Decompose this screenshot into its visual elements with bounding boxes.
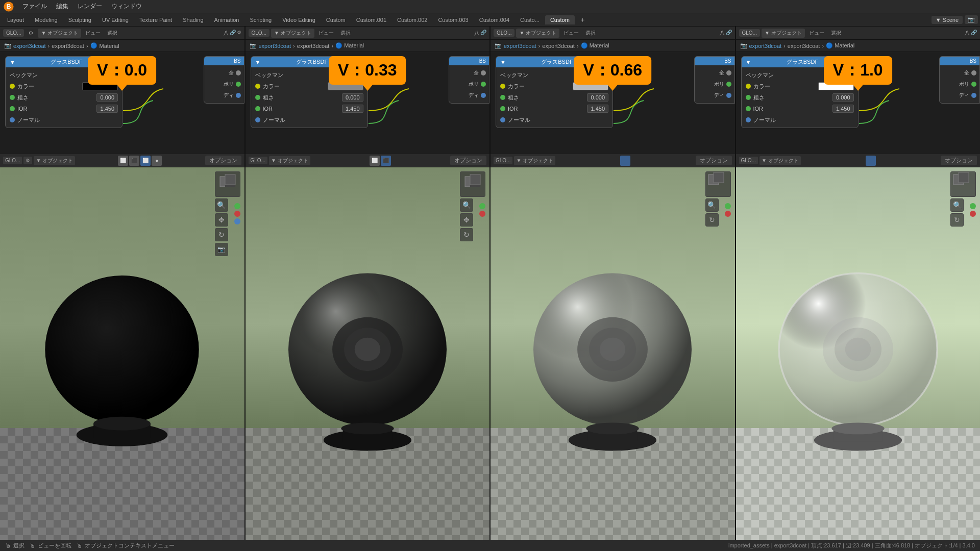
- gizmo-cube-1[interactable]: [460, 171, 485, 197]
- object-dropdown-2[interactable]: ▼ オブジェクト: [516, 29, 559, 38]
- node-graph-0[interactable]: V：0.0 ▼ グラスBSDF ベックマン ▼: [0, 52, 244, 154]
- tab-custom-active[interactable]: Custom: [545, 15, 575, 24]
- gizmo-cube-3[interactable]: [950, 171, 976, 197]
- tab-custom-001[interactable]: Custom.001: [351, 15, 391, 24]
- tab-custom-004[interactable]: Custom.004: [474, 15, 514, 24]
- tab-add-icon[interactable]: ＋: [575, 14, 590, 26]
- ior-value-3[interactable]: 1.450: [832, 105, 854, 113]
- solid-btn-2[interactable]: [620, 156, 630, 166]
- breadcrumb-material-name-0[interactable]: Material: [100, 43, 119, 49]
- render-btn-0[interactable]: ●: [152, 156, 162, 166]
- menu-item-window[interactable]: ウィンドウ: [107, 1, 146, 12]
- breadcrumb-scene-name-1[interactable]: export3dcoat: [259, 43, 291, 49]
- tab-modeling[interactable]: Modeling: [30, 15, 63, 24]
- blender-logo[interactable]: B: [3, 1, 14, 12]
- roughness-value-3[interactable]: 0.000: [832, 93, 854, 102]
- roughness-value-0[interactable]: 0.000: [96, 93, 118, 102]
- view-menu-1[interactable]: ビュー: [316, 29, 336, 38]
- tab-uv-editing[interactable]: UV Editing: [97, 15, 134, 24]
- rotate-icon-3[interactable]: ↻: [950, 213, 964, 227]
- wireframe-btn-1[interactable]: ⬜: [370, 156, 380, 166]
- object-dropdown-3[interactable]: ▼ オブジェクト: [762, 29, 805, 38]
- option-btn-0[interactable]: オプション: [205, 156, 241, 165]
- menu-item-edit[interactable]: 編集: [52, 1, 72, 12]
- breadcrumb-material-3[interactable]: 🔵 Material: [826, 42, 854, 49]
- breadcrumb-material-1[interactable]: 🔵 Material: [335, 42, 364, 49]
- option-btn-2[interactable]: オプション: [696, 156, 732, 165]
- zoom-icon-3[interactable]: 🔍: [950, 198, 964, 212]
- roughness-value-1[interactable]: 0.000: [342, 93, 363, 102]
- solid-btn-3[interactable]: [866, 156, 876, 166]
- object-mode-0[interactable]: ▼ オブジェクト: [34, 156, 75, 165]
- zoom-icon-1[interactable]: 🔍: [460, 198, 473, 212]
- render-icon[interactable]: 📷: [965, 15, 978, 24]
- node-graph-2[interactable]: V：0.66 ▼グラスBSDF ベックマン ▼ カラー: [491, 52, 735, 154]
- scene-selector[interactable]: ▼ Scene: [932, 16, 963, 24]
- view-menu-3[interactable]: ビュー: [806, 29, 827, 38]
- viewport-3[interactable]: GLO... ▼ オブジェクト オプション: [736, 154, 981, 540]
- solid-btn-0[interactable]: ⬛: [129, 156, 139, 166]
- menu-item-render[interactable]: レンダー: [74, 1, 106, 12]
- tab-shading[interactable]: Shading: [178, 15, 208, 24]
- tab-sculpting[interactable]: Sculpting: [63, 15, 96, 24]
- breadcrumb-object-0[interactable]: export3dcoat: [52, 43, 84, 49]
- view-icon-0[interactable]: ⚙: [23, 157, 32, 164]
- viewport-2[interactable]: GLO... ▼ オブジェクト オプション: [491, 154, 735, 540]
- tab-animation[interactable]: Animation: [209, 15, 244, 24]
- solid-btn-1[interactable]: ⬛: [381, 156, 391, 166]
- glo-btn-2[interactable]: GLO...: [494, 157, 512, 164]
- breadcrumb-object-1[interactable]: export3dcoat: [297, 43, 330, 49]
- glo-btn-1[interactable]: GLO...: [249, 157, 267, 164]
- rotate-icon-2[interactable]: ↻: [705, 213, 719, 227]
- tab-texture-paint[interactable]: Texture Paint: [134, 15, 177, 24]
- view-menu-0[interactable]: ビュー: [83, 29, 103, 38]
- object-dropdown-1[interactable]: ▼ オブジェクト: [271, 29, 314, 38]
- tab-custom-002[interactable]: Custom.002: [392, 15, 432, 24]
- viewport-1[interactable]: GLO... ▼ オブジェクト ⬜ ⬛ オプション: [246, 154, 490, 540]
- breadcrumb-material-0[interactable]: 🔵: [90, 42, 97, 49]
- tab-video-editing[interactable]: Video Editing: [277, 15, 321, 24]
- tab-custom-003[interactable]: Custom.003: [433, 15, 473, 24]
- ior-value-1[interactable]: 1.450: [342, 105, 363, 113]
- breadcrumb-scene-name-2[interactable]: export3dcoat: [504, 43, 536, 49]
- breadcrumb-object-3[interactable]: export3dcoat: [788, 43, 820, 49]
- viewport-0[interactable]: GLO... ⚙ ▼ オブジェクト ⬜ ⬛ ⬜ ● オプション: [0, 154, 244, 540]
- editor-type-btn-1[interactable]: GLO...: [249, 29, 270, 37]
- tab-layout[interactable]: Layout: [2, 15, 29, 24]
- select-menu-0[interactable]: 選択: [105, 29, 120, 38]
- tab-scripting[interactable]: Scripting: [244, 15, 277, 24]
- breadcrumb-scene-name-0[interactable]: export3dcoat: [13, 43, 46, 49]
- lpe-btn-0[interactable]: ⬜: [140, 156, 151, 166]
- node-graph-3[interactable]: V：1.0 ▼グラスBSDF ベックマン ▼ カラー: [736, 52, 981, 154]
- object-mode-3[interactable]: ▼ オブジェクト: [760, 156, 801, 165]
- wireframe-btn-0[interactable]: ⬜: [118, 156, 128, 166]
- view-btn-0[interactable]: ⚙: [26, 29, 36, 37]
- glo-btn-0[interactable]: GLO...: [3, 157, 22, 164]
- editor-type-btn-2[interactable]: GLO...: [494, 29, 514, 37]
- editor-type-btn-3[interactable]: GLO...: [739, 29, 760, 37]
- object-mode-1[interactable]: ▼ オブジェクト: [269, 156, 310, 165]
- breadcrumb-material-2[interactable]: 🔵 Material: [581, 42, 609, 49]
- node-graph-1[interactable]: V：0.33 ▼グラスBSDF ベックマン ▼ カラー: [246, 52, 490, 154]
- ior-value-0[interactable]: 1.450: [96, 105, 118, 113]
- roughness-value-2[interactable]: 0.000: [587, 93, 608, 102]
- option-btn-1[interactable]: オプション: [450, 156, 486, 165]
- object-mode-2[interactable]: ▼ オブジェクト: [514, 156, 555, 165]
- ior-value-2[interactable]: 1.450: [587, 105, 608, 113]
- gizmo-cube-0[interactable]: [215, 171, 240, 197]
- tab-custom[interactable]: Custom: [321, 15, 351, 24]
- option-btn-3[interactable]: オプション: [941, 156, 977, 165]
- pan-icon-1[interactable]: ✥: [460, 213, 473, 227]
- select-menu-1[interactable]: 選択: [338, 29, 353, 38]
- select-menu-3[interactable]: 選択: [828, 29, 844, 38]
- view-menu-2[interactable]: ビュー: [561, 29, 581, 38]
- gizmo-cube-2[interactable]: [705, 171, 731, 197]
- zoom-icon-2[interactable]: 🔍: [705, 198, 719, 212]
- select-menu-2[interactable]: 選択: [583, 29, 598, 38]
- rotate-icon-1[interactable]: ↻: [460, 228, 473, 241]
- glo-btn-3[interactable]: GLO...: [739, 157, 758, 164]
- breadcrumb-scene-name-3[interactable]: export3dcoat: [749, 43, 782, 49]
- tab-custo[interactable]: Custo...: [515, 15, 545, 24]
- zoom-icon-0[interactable]: 🔍: [215, 198, 228, 212]
- camera-icon-0[interactable]: 📷: [215, 243, 228, 256]
